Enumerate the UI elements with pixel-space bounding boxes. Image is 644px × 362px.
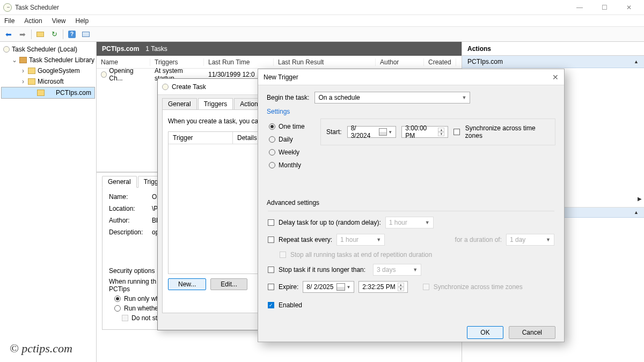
cb-stop-all — [280, 252, 286, 258]
clock-icon — [3, 46, 10, 53]
delay-select: 1 hour▼ — [385, 217, 434, 228]
col-triggers[interactable]: Triggers — [150, 58, 204, 66]
tree-item-pctips[interactable]: PCTIps.com — [1, 87, 95, 99]
chevron-down-icon: ▼ — [462, 95, 466, 100]
tab-general[interactable]: General — [102, 176, 137, 188]
tree-pane: Task Scheduler (Local) ⌄ Task Scheduler … — [0, 42, 97, 362]
cb-enabled[interactable] — [268, 302, 274, 308]
folder-icon — [37, 90, 45, 96]
chevron-down-icon: ▼ — [346, 285, 350, 290]
tree-library[interactable]: ⌄ Task Scheduler Library — [1, 55, 95, 65]
ok-button[interactable]: OK — [467, 326, 503, 339]
start-label: Start: — [326, 128, 342, 136]
help-button[interactable]: ? — [67, 29, 77, 40]
radio-icon — [114, 295, 121, 302]
app-icon — [3, 3, 12, 12]
settings-label: Settings — [267, 108, 555, 115]
radio-icon — [114, 305, 121, 312]
col-last-run-time[interactable]: Last Run Time — [204, 58, 274, 66]
dialog-title: New Trigger — [264, 73, 298, 81]
chevron-down-icon: ▼ — [546, 237, 551, 242]
menu-view[interactable]: View — [52, 17, 66, 25]
radio-weekly[interactable]: Weekly — [269, 149, 313, 156]
expire-time-input[interactable]: 2:32:25 PM ▲▼ — [358, 281, 407, 293]
chevron-down-icon: ▼ — [425, 220, 430, 225]
cb-stop-long[interactable] — [268, 267, 274, 273]
window-title: Task Scheduler — [15, 4, 59, 11]
cb-sync-tz[interactable] — [453, 129, 459, 135]
start-time-input[interactable]: 3:00:00 PM ▲▼ — [401, 126, 448, 138]
col-created[interactable]: Created — [424, 58, 456, 66]
tree-item-googlesystem[interactable]: › GoogleSystem — [1, 65, 95, 76]
window-titlebar: Task Scheduler — ☐ ✕ — [0, 0, 644, 15]
task-icon — [101, 71, 107, 78]
caret-down-icon: ⌄ — [12, 56, 17, 64]
ct-tab-triggers[interactable]: Triggers — [198, 98, 233, 109]
begin-task-select[interactable]: On a schedule ▼ — [314, 92, 470, 104]
new-trigger-button[interactable]: New... — [168, 278, 206, 290]
spinner-icon: ▲▼ — [438, 128, 444, 136]
cb-delay[interactable] — [268, 219, 274, 226]
checkbox-icon — [122, 315, 128, 321]
menu-action[interactable]: Action — [24, 17, 42, 25]
maximize-button[interactable]: ☐ — [597, 4, 612, 11]
begin-task-label: Begin the task: — [267, 94, 309, 101]
folder-up-button[interactable] — [35, 29, 46, 40]
ct-tab-general[interactable]: General — [162, 98, 197, 109]
cancel-button[interactable]: Cancel — [509, 326, 555, 339]
radio-icon — [269, 136, 275, 143]
col-name[interactable]: Name — [97, 58, 150, 66]
menu-help[interactable]: Help — [76, 17, 89, 25]
col-last-run-result[interactable]: Last Run Result — [274, 58, 376, 66]
tree-item-microsoft[interactable]: › Microsoft — [1, 76, 95, 87]
stop-long-select: 3 days▼ — [373, 264, 421, 276]
duration-select: 1 day▼ — [506, 234, 554, 246]
spinner-icon: ▲▼ — [398, 283, 404, 291]
expire-date-input[interactable]: 8/ 2/2025 ▼ — [303, 281, 354, 293]
cb-repeat[interactable] — [268, 237, 274, 243]
chevron-down-icon: ▼ — [413, 267, 418, 272]
caret-right-icon: › — [20, 78, 26, 85]
clock-icon — [162, 84, 169, 90]
library-icon — [19, 57, 27, 63]
radio-monthly[interactable]: Monthly — [269, 161, 313, 169]
calendar-icon — [336, 283, 345, 291]
caret-right-icon: › — [20, 67, 26, 75]
radio-icon — [269, 123, 275, 130]
start-date-input[interactable]: 8/ 3/2024 ▼ — [347, 126, 397, 138]
close-button[interactable]: ✕ — [621, 4, 636, 11]
actions-section[interactable]: PCTIps.com ▲ — [462, 56, 644, 68]
radio-daily[interactable]: Daily — [269, 136, 313, 143]
repeat-select: 1 hour▼ — [336, 234, 385, 246]
caret-right-icon: ▶ — [638, 196, 642, 202]
dialog-title: Create Task — [172, 83, 206, 91]
folder-icon — [28, 78, 35, 85]
col-author[interactable]: Author — [376, 58, 424, 66]
chevron-down-icon: ▼ — [388, 130, 392, 135]
menu-bar: File Action View Help — [0, 15, 644, 27]
forward-button[interactable]: ➡ — [17, 29, 28, 40]
cb-expire-sync — [423, 284, 429, 290]
toolbar: ⬅ ➡ ↻ ? — [0, 27, 644, 42]
close-icon[interactable]: ✕ — [552, 73, 559, 82]
radio-icon — [269, 149, 275, 156]
tiles-button[interactable] — [80, 29, 91, 40]
cb-expire[interactable] — [268, 284, 274, 290]
edit-trigger-button[interactable]: Edit... — [210, 278, 247, 290]
watermark: © pctips.com — [10, 342, 72, 356]
refresh-button[interactable]: ↻ — [49, 29, 60, 40]
radio-icon — [269, 162, 275, 168]
col-trigger: Trigger — [169, 132, 233, 144]
tree-root[interactable]: Task Scheduler (Local) — [1, 44, 95, 55]
minimize-button[interactable]: — — [572, 4, 587, 11]
chevron-down-icon: ▼ — [376, 237, 381, 242]
radio-one-time[interactable]: One time — [269, 123, 313, 130]
menu-file[interactable]: File — [4, 17, 14, 25]
folder-icon — [28, 68, 35, 74]
advanced-label: Advanced settings — [267, 199, 555, 206]
collapse-icon: ▲ — [634, 59, 639, 64]
actions-header: Actions — [462, 42, 644, 56]
new-trigger-dialog: New Trigger ✕ Begin the task: On a sched… — [258, 69, 565, 342]
center-header: PCTIps.com 1 Tasks — [97, 42, 462, 56]
back-button[interactable]: ⬅ — [3, 29, 14, 40]
